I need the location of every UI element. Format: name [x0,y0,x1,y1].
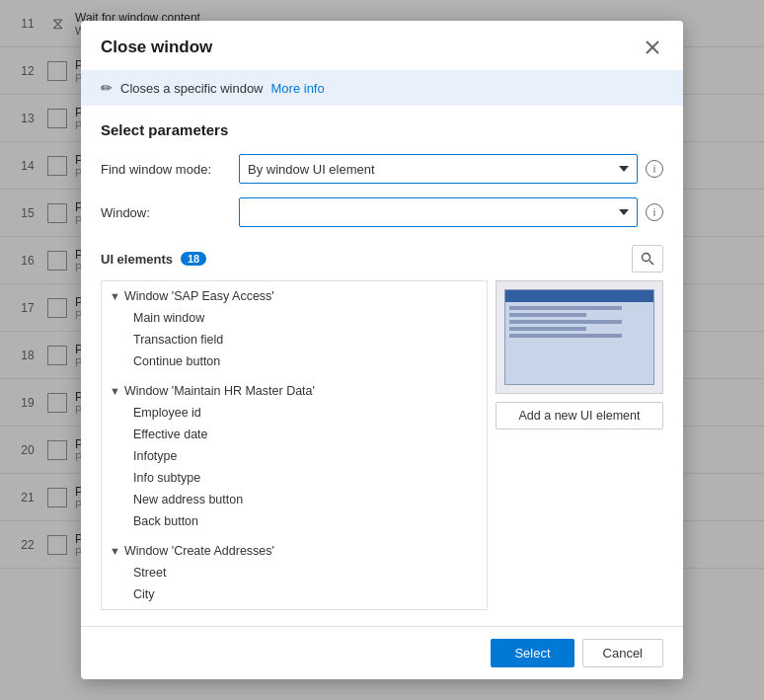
info-banner-text: Closes a specific window [120,81,264,96]
tree-item-employee-id[interactable]: Employee id [102,402,487,424]
preview-window [504,289,654,385]
find-window-mode-label: Find window mode: [101,162,239,177]
select-button[interactable]: Select [491,639,573,667]
preview-panel: Add a new UI element [496,280,663,610]
tree-group-label: Window 'Create Addresses' [124,544,274,558]
dialog-header: Close window [81,21,683,70]
dialog-footer: Select Cancel [81,626,683,679]
tree-item-info-subtype[interactable]: Info subtype [102,467,487,489]
ui-elements-header: UI elements 18 [101,245,663,272]
ui-elements-content: ▼ Window 'SAP Easy Access' Main window T… [101,280,663,610]
tree-group-label: Window 'Maintain HR Master Data' [124,384,315,398]
cancel-button[interactable]: Cancel [582,639,663,667]
chevron-down-icon: ▼ [110,385,120,397]
info-banner: ✏ Closes a specific window More info [81,70,683,106]
window-label: Window: [101,205,239,220]
find-window-mode-info-icon[interactable]: i [646,160,663,178]
tree-group-sap-easy-access: ▼ Window 'SAP Easy Access' Main window T… [102,281,487,376]
section-title: Select parameters [101,121,663,138]
ui-elements-label: UI elements [101,252,173,267]
tree-item-street[interactable]: Street [102,562,487,583]
modal-overlay: Close window ✏ Closes a specific window … [0,0,764,700]
close-icon [646,40,659,54]
tree-group-label: Window 'SAP Easy Access' [124,289,274,303]
window-info-icon[interactable]: i [646,203,663,221]
ui-elements-badge: 18 [181,252,206,266]
tree-group-create-addresses: ▼ Window 'Create Addresses' Street City [102,536,487,609]
tree-item-back-button[interactable]: Back button [102,510,487,532]
window-row: Window: i [101,197,663,227]
dialog-title: Close window [101,38,212,57]
tree-group-header[interactable]: ▼ Window 'Create Addresses' [102,540,487,562]
more-info-link[interactable]: More info [271,81,325,96]
tree-item-effective-date[interactable]: Effective date [102,424,487,445]
tree-item-city[interactable]: City [102,583,487,605]
find-window-mode-select[interactable]: By window UI element By window title By … [239,154,638,184]
edit-icon: ✏ [101,80,113,96]
preview-titlebar [505,290,653,302]
find-window-mode-row: Find window mode: By window UI element B… [101,154,663,184]
close-button[interactable] [642,37,663,58]
preview-row [509,306,622,310]
preview-content [505,302,653,345]
svg-line-3 [649,261,653,265]
preview-image [496,280,663,394]
tree-item-continue-button[interactable]: Continue button [102,350,487,372]
add-ui-element-button[interactable]: Add a new UI element [496,402,663,429]
tree-group-header[interactable]: ▼ Window 'Maintain HR Master Data' [102,380,487,402]
preview-row [509,320,622,324]
tree-group-header[interactable]: ▼ Window 'SAP Easy Access' [102,285,487,307]
find-window-mode-wrapper: By window UI element By window title By … [239,154,663,184]
search-icon [641,252,654,266]
close-window-dialog: Close window ✏ Closes a specific window … [81,21,683,679]
tree-item-new-address-button[interactable]: New address button [102,489,487,510]
chevron-down-icon: ▼ [110,290,120,302]
window-select[interactable] [239,197,638,227]
dialog-body: Select parameters Find window mode: By w… [81,106,683,626]
preview-row [509,334,622,338]
tree-item-main-window[interactable]: Main window [102,307,487,329]
ui-elements-tree[interactable]: ▼ Window 'SAP Easy Access' Main window T… [101,280,488,610]
ui-elements-section: UI elements 18 [101,245,663,610]
svg-point-2 [643,254,650,262]
preview-row [509,327,586,331]
tree-group-maintain-hr: ▼ Window 'Maintain HR Master Data' Emplo… [102,376,487,536]
tree-item-transaction-field[interactable]: Transaction field [102,329,487,350]
window-control-wrapper: i [239,197,663,227]
chevron-down-icon: ▼ [110,545,120,557]
search-button[interactable] [632,245,663,272]
preview-row [509,313,586,317]
tree-item-infotype[interactable]: Infotype [102,445,487,467]
